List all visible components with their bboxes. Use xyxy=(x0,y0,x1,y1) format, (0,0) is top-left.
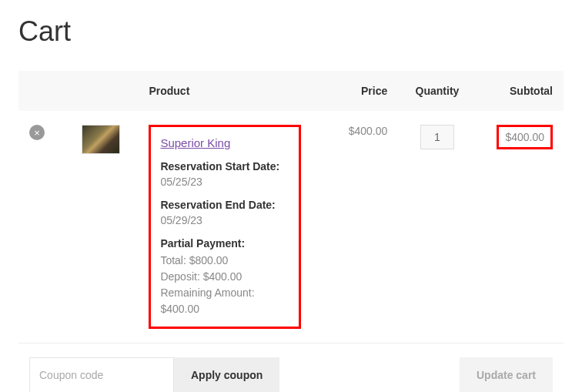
quantity-input[interactable] xyxy=(420,125,454,149)
header-subtotal: Subtotal xyxy=(477,71,564,111)
coupon-section: Apply coupon xyxy=(29,357,279,392)
item-price: $400.00 xyxy=(312,111,399,343)
partial-payment-label: Partial Payment: xyxy=(160,237,289,250)
coupon-code-input[interactable] xyxy=(29,357,174,392)
reservation-end-label: Reservation End Date: xyxy=(160,199,289,211)
apply-coupon-button[interactable]: Apply coupon xyxy=(174,357,279,392)
table-header-row: Product Price Quantity Subtotal xyxy=(18,71,564,111)
page-title: Cart xyxy=(18,15,564,48)
partial-remaining: Remaining Amount: $400.00 xyxy=(160,285,289,317)
product-name-link[interactable]: Superior King xyxy=(160,136,230,149)
reservation-start-value: 05/25/23 xyxy=(160,176,289,188)
reservation-end-value: 05/29/23 xyxy=(160,214,289,226)
header-quantity: Quantity xyxy=(398,71,476,111)
product-thumbnail[interactable] xyxy=(82,125,120,154)
partial-payment-lines: Total: $800.00 Deposit: $400.00 Remainin… xyxy=(160,253,289,317)
product-details-box: Superior King Reservation Start Date: 05… xyxy=(149,125,300,329)
partial-deposit: Deposit: $400.00 xyxy=(160,269,289,285)
remove-item-button[interactable]: × xyxy=(29,125,45,140)
item-subtotal: $400.00 xyxy=(497,125,553,149)
header-product: Product xyxy=(138,71,311,111)
table-row: × Superior King Reservation Start Date: … xyxy=(18,111,564,343)
actions-row: Apply coupon Update cart xyxy=(18,343,564,393)
header-price: Price xyxy=(312,71,399,111)
cart-table: Product Price Quantity Subtotal × Superi… xyxy=(18,71,564,392)
reservation-start-label: Reservation Start Date: xyxy=(160,160,289,173)
partial-total: Total: $800.00 xyxy=(160,253,289,269)
update-cart-button[interactable]: Update cart xyxy=(460,357,553,392)
